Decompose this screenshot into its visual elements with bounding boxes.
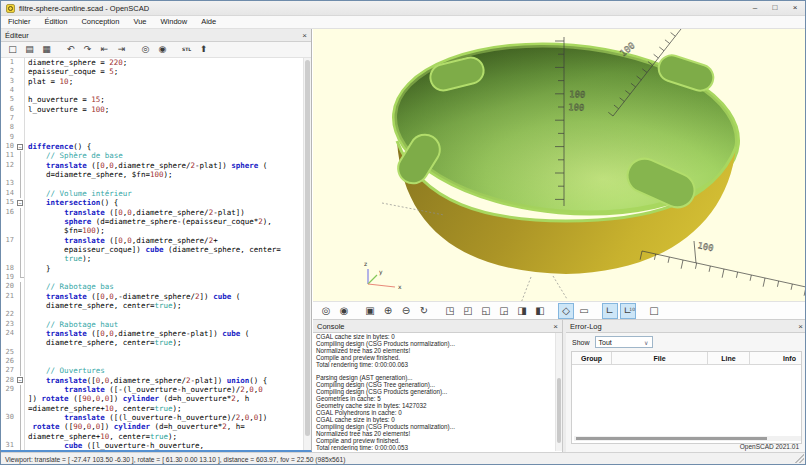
code-row[interactable]: 10−difference() {	[1, 142, 311, 151]
new-file-button[interactable]: □	[5, 43, 20, 57]
error-log-header[interactable]: Error-Log ×	[566, 320, 806, 333]
code-row[interactable]: 4	[1, 86, 311, 95]
save-file-button[interactable]: ▦	[39, 43, 54, 57]
minimize-button[interactable]: –	[745, 1, 765, 15]
zoom-out-button[interactable]: ⊖	[398, 303, 414, 319]
code-row[interactable]: d=diametre_sphere, $fn=100);	[1, 170, 311, 179]
code-row[interactable]: 19	[1, 273, 311, 282]
export-stl-button[interactable]: STL	[179, 43, 194, 57]
show-axes-button[interactable]: ∟	[602, 303, 618, 319]
code-row[interactable]: 28− translate([0,0,diametre_sphere/2-pla…	[1, 376, 311, 385]
view-front-button[interactable]: ◨	[514, 303, 530, 319]
close-button[interactable]: ×	[785, 1, 805, 15]
menu-aide[interactable]: Aide	[194, 16, 223, 28]
code-row[interactable]: =diametre_sphere+10, center=true);	[1, 404, 311, 413]
reset-view-button[interactable]: ↻	[416, 303, 432, 319]
show-crosshairs-button[interactable]: □	[646, 303, 662, 319]
menu-edition[interactable]: Édition	[38, 16, 75, 28]
code-row[interactable]: 31 cube ([l_ouverture-h_ouverture,↩	[1, 441, 311, 450]
error-column-group[interactable]: Group	[572, 352, 612, 364]
code-row[interactable]: 25	[1, 348, 311, 357]
show-scale-markers-button[interactable]: ∟10	[620, 303, 636, 319]
redo-button[interactable]: ↷	[80, 43, 95, 57]
menu-fichier[interactable]: Fichier	[1, 16, 38, 28]
viewport-3d[interactable]: 100 100 100 100 z y x	[313, 29, 806, 301]
code-row[interactable]: 22	[1, 310, 311, 319]
code-row[interactable]: sphere (d=diametre_sphere-(epaisseur_coq…	[1, 217, 311, 226]
code-row[interactable]: diametre_sphere, center=true);	[1, 301, 311, 310]
error-log-close-icon[interactable]: ×	[798, 322, 803, 331]
code-row[interactable]: diametre_sphere, center=true);	[1, 338, 311, 347]
render-button[interactable]: ◉	[336, 303, 352, 319]
code-row[interactable]: 27 // Ouvertures	[1, 366, 311, 375]
code-row[interactable]: true);	[1, 254, 311, 263]
code-row[interactable]: $fn=100);	[1, 226, 311, 235]
error-column-line[interactable]: Line	[708, 352, 750, 364]
console-close-icon[interactable]: ×	[553, 322, 558, 331]
code-row[interactable]: 9	[1, 133, 311, 142]
error-table-header[interactable]: GroupFileLineInfo	[572, 352, 801, 365]
code-row[interactable]: 13	[1, 179, 311, 188]
code-row[interactable]: 11 // Sphère de base	[1, 151, 311, 160]
code-row[interactable]: 17 translate ([0,0,diametre_sphere/2+↩	[1, 236, 311, 245]
code-row[interactable]: 2epaisseur_coque = 5;	[1, 67, 311, 76]
error-table-hscrollbar[interactable]	[574, 436, 801, 441]
code-row[interactable]: 5h_ouverture = 15;	[1, 95, 311, 104]
orthogonal-button[interactable]: ▭	[576, 303, 592, 319]
code-row[interactable]: 3plat = 10;	[1, 77, 311, 86]
code-row[interactable]: 20 // Rabotage bas	[1, 282, 311, 291]
code-row[interactable]: 23 // Rabotage haut	[1, 320, 311, 329]
svg-text:100: 100	[568, 102, 585, 113]
code-row[interactable]: 18 }	[1, 264, 311, 273]
code-row[interactable]: diametre_sphere+10, center=true);	[1, 432, 311, 441]
preview-button[interactable]: ◎	[318, 303, 334, 319]
view-top-button[interactable]: ◰	[460, 303, 476, 319]
error-column-file[interactable]: File	[612, 352, 708, 364]
menu-conception[interactable]: Conception	[74, 16, 126, 28]
editor-close-icon[interactable]: ×	[302, 31, 307, 40]
menu-vue[interactable]: Vue	[126, 16, 153, 28]
code-row[interactable]: ]) rotate ([90,0,0]) cylinder (d=h_ouver…	[1, 394, 311, 403]
code-row[interactable]: epaisseur_coque]) cube (diametre_sphere,…	[1, 245, 311, 254]
code-row[interactable]: 24 translate ([0,0,diametre_sphere-plat]…	[1, 329, 311, 338]
view-bottom-button[interactable]: ◱	[478, 303, 494, 319]
code-row[interactable]: 16 translate ([0,0,diametre_sphere/2-pla…	[1, 208, 311, 217]
code-row[interactable]: 7	[1, 114, 311, 123]
editor-panel-header[interactable]: Éditeur ×	[1, 29, 311, 42]
console-panel-header[interactable]: Console ×	[313, 320, 562, 333]
code-row[interactable]: 6l_ouverture = 100;	[1, 105, 311, 114]
menu-window[interactable]: Window	[153, 16, 194, 28]
preview-render-button[interactable]: ◎	[138, 43, 153, 57]
error-filter-dropdown[interactable]: Tout ∨	[595, 336, 653, 348]
code-row[interactable]: 12 translate ([0,0,diametre_sphere/2-pla…	[1, 161, 311, 170]
code-row[interactable]: 1diametre_sphere = 220;	[1, 58, 311, 67]
view-left-button[interactable]: ◲	[496, 303, 512, 319]
maximize-button[interactable]: □	[765, 1, 785, 15]
code-row[interactable]: rotate ([90,0,0]) cylinder (d=h_ouvertur…	[1, 422, 311, 431]
open-file-button[interactable]: ▤	[22, 43, 37, 57]
view-back-button[interactable]: ◧	[532, 303, 548, 319]
print-3d-button[interactable]: ⬆	[196, 43, 211, 57]
perspective-button[interactable]: ◇	[558, 303, 574, 319]
editor-vertical-scrollbar[interactable]	[303, 58, 311, 450]
error-column-info[interactable]: Info	[750, 352, 802, 364]
title-bar[interactable]: filtre-sphere-cantine.scad - OpenSCAD – …	[1, 1, 805, 16]
code-row[interactable]: 30 translate ([(l_ouverture-h_ouverture)…	[1, 413, 311, 422]
code-row[interactable]: 21 translate ([0,0,-diametre_sphere/2]) …	[1, 292, 311, 301]
indent-button[interactable]: ⇥	[114, 43, 129, 57]
unindent-button[interactable]: ⇤	[97, 43, 112, 57]
view-all-button[interactable]: ▣	[362, 303, 378, 319]
undo-button[interactable]: ↶	[63, 43, 78, 57]
render-button[interactable]: ◉	[155, 43, 170, 57]
code-editor[interactable]: 1diametre_sphere = 220;2epaisseur_coque …	[1, 58, 311, 450]
console-scrollbar[interactable]	[555, 333, 562, 451]
console-panel: Console × CGAL cache size in bytes: 0Com…	[313, 320, 563, 452]
code-row[interactable]: 29 translate ([-(l_ouverture-h_ouverture…	[1, 385, 311, 394]
resize-grip[interactable]	[795, 454, 804, 463]
zoom-in-button[interactable]: ⊕	[380, 303, 396, 319]
code-row[interactable]: 15− intersection() {	[1, 198, 311, 207]
view-right-button[interactable]: ◳	[442, 303, 458, 319]
code-row[interactable]: 14 // Volume intérieur	[1, 189, 311, 198]
code-row[interactable]: 26	[1, 357, 311, 366]
code-row[interactable]: 8	[1, 123, 311, 132]
